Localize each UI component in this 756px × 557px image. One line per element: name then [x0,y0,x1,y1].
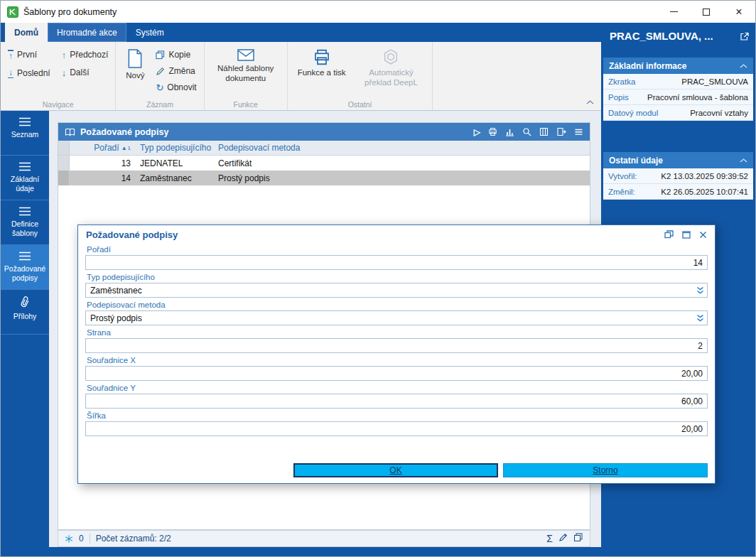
previous-button[interactable]: ↑Předchozí [62,50,109,60]
minimize-icon [670,11,678,12]
grid-header-row: Pořadí▲1 Typ podepisujícího Podepisovací… [58,141,590,156]
template-preview-button[interactable]: Náhled šablony dokumentu [212,48,280,85]
table-row-2-selected[interactable]: 14 Zaměstnanec Prostý podpis [58,171,590,185]
close-icon [699,231,707,239]
header-gutter [58,141,70,155]
section-header-zakladni-informace[interactable]: Základní informace [603,58,753,74]
panel-row-zmenil: Změnil:K2 26.05.2025 10:07:41 [603,184,753,200]
cell-typ: Zaměstnanec [135,173,213,183]
external-link-icon [740,32,749,41]
lookup-button[interactable] [695,313,706,323]
column-header-typ[interactable]: Typ podepisujícího [135,143,213,153]
search-button[interactable] [522,127,531,136]
maximize-button[interactable] [690,1,723,23]
lookup-chevrons-icon [695,285,706,296]
play-icon: ▷ [474,128,480,136]
panel-titlebar: PRAC_SMLOUVA, ... [601,23,755,58]
print-button[interactable] [488,127,497,136]
app-window: Šablony pro dokumenty × Domů Hromadné ak… [0,0,756,557]
columns-button[interactable] [539,127,549,136]
copy-records-button[interactable] [573,533,583,544]
field-label-metoda: Podepisovací metoda [87,301,708,309]
chart-button[interactable] [505,127,514,136]
arrow-down-to-bar-icon: ↓ [8,68,14,79]
deepl-translate-button[interactable]: Automatický překlad DeepL [357,48,425,90]
ribbon-group-funkce: Náhled šablony dokumentu Funkce [205,42,288,110]
collapse-chevron-icon [740,158,747,163]
row-gutter[interactable] [58,171,70,185]
ribbon-group-zaznam: Nový Kopie Změna ↻Obnovit Záznam [116,42,204,110]
lookup-button[interactable] [695,285,706,296]
minimize-button[interactable] [657,1,690,23]
column-header-metoda[interactable]: Podepisovací metoda [213,143,590,153]
list-icon [18,207,31,216]
play-button[interactable]: ▷ [474,128,480,136]
separator [90,534,90,544]
next-button[interactable]: ↓Další [62,67,109,77]
grid-titlebar: Požadované podpisy ▷ [58,123,590,141]
edit-button[interactable]: Změna [156,66,196,76]
section-header-ostatni-udaje[interactable]: Ostatní údaje [603,152,753,168]
sidebar-item-zakladni-udaje[interactable]: Základní údaje [1,156,49,200]
functions-print-button[interactable]: Funkce a tisk [295,48,349,90]
sidebar-item-prilohy[interactable]: Přílohy [1,290,49,335]
sidebar-item-pozadovane-podpisy[interactable]: Požadované podpisy [1,245,49,290]
ribbon-group-ostatni: Funkce a tisk Automatický překlad DeepL … [288,42,433,110]
tab-domu[interactable]: Domů [5,23,48,42]
window-title: Šablony pro dokumenty [23,7,117,17]
storno-button[interactable]: Storno [503,463,708,477]
copy-icon [156,50,165,60]
book-icon [65,128,75,136]
column-header-poradi[interactable]: Pořadí▲1 [70,143,135,153]
ok-button[interactable]: OK [293,463,498,477]
envelope-icon [237,49,254,61]
deepl-icon [383,49,399,65]
sirka-input[interactable] [85,421,708,436]
sum-button[interactable]: Σ [546,534,553,544]
table-row-1[interactable]: 13 JEDNATEL Certifikát [58,156,590,171]
dialog-dock-button[interactable] [664,230,674,239]
edit-record-button[interactable] [558,533,568,544]
dialog-title: Požadované podpisy [86,229,178,240]
dialog-window-controls [664,230,707,239]
snowflake-icon [65,534,73,544]
dialog-buttons: OK Storno [85,460,708,477]
dialog-maximize-button[interactable] [682,231,691,239]
souradnice-y-input[interactable] [85,394,708,409]
ribbon-tabbar: Domů Hromadné akce Systém [1,23,601,42]
close-button[interactable]: × [723,1,755,23]
new-button[interactable]: Nový [123,48,147,92]
panel-title: PRAC_SMLOUVA, ... [610,30,713,42]
ribbon-collapse-button[interactable] [586,97,594,107]
dialog-pozadovane-podpisy: Požadované podpisy Pořadí Typ podepisují… [77,225,716,484]
podepisovaci-metoda-input[interactable] [85,310,708,325]
maximize-icon [682,231,691,239]
field-label-souradnice-x: Souřadnice X [87,356,708,364]
tab-system[interactable]: Systém [126,23,173,42]
last-button[interactable]: ↓Poslední [8,68,50,79]
strana-input[interactable] [85,338,708,353]
sidebar-item-seznam[interactable]: Seznam [1,111,49,156]
titlebar: Šablony pro dokumenty × [1,1,755,23]
refresh-button[interactable]: ↻Obnovit [156,82,196,92]
first-button[interactable]: ↑První [8,50,50,60]
list-icon [18,252,31,261]
dialog-close-button[interactable] [699,231,707,239]
field-label-strana: Strana [87,328,708,337]
typ-podepisujiciho-input[interactable] [85,283,708,298]
menu-icon[interactable] [574,127,583,136]
printer-icon [313,49,330,65]
tab-hromadne-akce[interactable]: Hromadné akce [48,23,126,42]
poradi-input[interactable] [85,255,708,270]
sidebar-item-definice-sablony[interactable]: Definice šablony [1,200,49,245]
souradnice-x-input[interactable] [85,366,708,381]
sort-ascending-icon: ▲1 [122,145,131,151]
refresh-icon: ↻ [156,83,163,92]
export-button[interactable] [556,127,566,136]
open-in-window-button[interactable] [740,32,749,41]
copy-button[interactable]: Kopie [156,50,196,60]
export-icon [556,127,566,136]
print-icon [488,127,497,136]
row-gutter[interactable] [58,156,70,171]
cell-metoda: Prostý podpis [213,173,590,183]
